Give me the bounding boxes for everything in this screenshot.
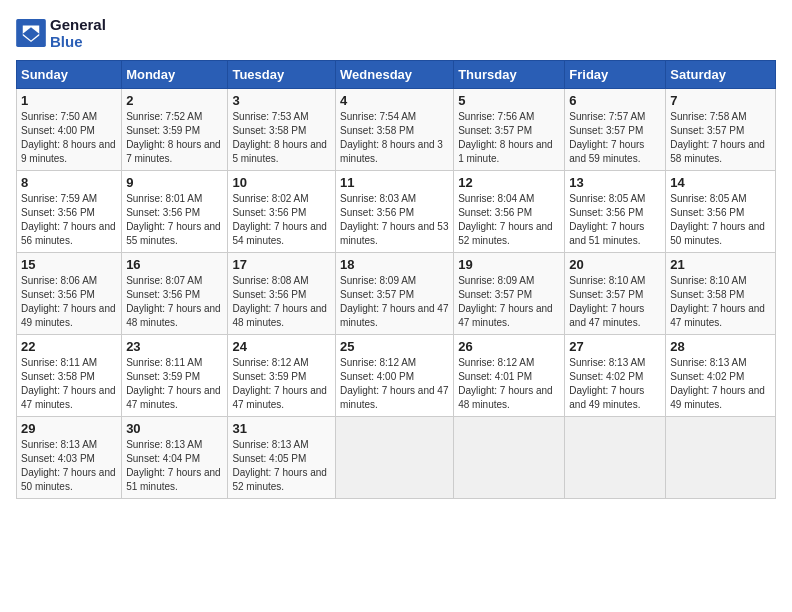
day-cell: 8 Sunrise: 7:59 AM Sunset: 3:56 PM Dayli… bbox=[17, 171, 122, 253]
sunset-info: Sunset: 4:04 PM bbox=[126, 453, 200, 464]
day-number: 2 bbox=[126, 93, 223, 108]
sunset-info: Sunset: 4:00 PM bbox=[21, 125, 95, 136]
day-number: 25 bbox=[340, 339, 449, 354]
sunset-info: Sunset: 3:56 PM bbox=[126, 207, 200, 218]
sunset-info: Sunset: 3:59 PM bbox=[126, 125, 200, 136]
day-cell: 7 Sunrise: 7:58 AM Sunset: 3:57 PM Dayli… bbox=[666, 89, 776, 171]
empty-day-cell bbox=[666, 417, 776, 499]
day-cell: 11 Sunrise: 8:03 AM Sunset: 3:56 PM Dayl… bbox=[336, 171, 454, 253]
sunset-info: Sunset: 3:57 PM bbox=[458, 125, 532, 136]
sunset-info: Sunset: 4:02 PM bbox=[670, 371, 744, 382]
logo-text: General Blue bbox=[50, 16, 106, 50]
daylight-info: Daylight: 7 hours and 49 minutes. bbox=[670, 385, 765, 410]
daylight-info: Daylight: 8 hours and 5 minutes. bbox=[232, 139, 327, 164]
day-cell: 5 Sunrise: 7:56 AM Sunset: 3:57 PM Dayli… bbox=[454, 89, 565, 171]
sunrise-info: Sunrise: 8:13 AM bbox=[126, 439, 202, 450]
sunset-info: Sunset: 4:05 PM bbox=[232, 453, 306, 464]
day-number: 7 bbox=[670, 93, 771, 108]
day-number: 9 bbox=[126, 175, 223, 190]
day-number: 31 bbox=[232, 421, 331, 436]
day-cell: 10 Sunrise: 8:02 AM Sunset: 3:56 PM Dayl… bbox=[228, 171, 336, 253]
sunset-info: Sunset: 4:02 PM bbox=[569, 371, 643, 382]
sunset-info: Sunset: 3:58 PM bbox=[670, 289, 744, 300]
sunset-info: Sunset: 3:59 PM bbox=[232, 371, 306, 382]
sunrise-info: Sunrise: 8:13 AM bbox=[670, 357, 746, 368]
day-cell: 12 Sunrise: 8:04 AM Sunset: 3:56 PM Dayl… bbox=[454, 171, 565, 253]
sunrise-info: Sunrise: 8:11 AM bbox=[21, 357, 97, 368]
day-number: 17 bbox=[232, 257, 331, 272]
day-number: 8 bbox=[21, 175, 117, 190]
sunset-info: Sunset: 3:57 PM bbox=[340, 289, 414, 300]
day-cell: 26 Sunrise: 8:12 AM Sunset: 4:01 PM Dayl… bbox=[454, 335, 565, 417]
sunrise-info: Sunrise: 7:58 AM bbox=[670, 111, 746, 122]
daylight-info: Daylight: 7 hours and 51 minutes. bbox=[126, 467, 221, 492]
sunset-info: Sunset: 3:56 PM bbox=[670, 207, 744, 218]
day-cell: 24 Sunrise: 8:12 AM Sunset: 3:59 PM Dayl… bbox=[228, 335, 336, 417]
daylight-info: Daylight: 8 hours and 1 minute. bbox=[458, 139, 553, 164]
empty-day-cell bbox=[565, 417, 666, 499]
sunset-info: Sunset: 4:00 PM bbox=[340, 371, 414, 382]
day-of-week-header: Sunday bbox=[17, 61, 122, 89]
sunrise-info: Sunrise: 8:13 AM bbox=[232, 439, 308, 450]
day-number: 11 bbox=[340, 175, 449, 190]
day-cell: 14 Sunrise: 8:05 AM Sunset: 3:56 PM Dayl… bbox=[666, 171, 776, 253]
daylight-info: Daylight: 7 hours and 52 minutes. bbox=[458, 221, 553, 246]
daylight-info: Daylight: 7 hours and 47 minutes. bbox=[670, 303, 765, 328]
daylight-info: Daylight: 7 hours and 59 minutes. bbox=[569, 139, 644, 164]
daylight-info: Daylight: 7 hours and 55 minutes. bbox=[126, 221, 221, 246]
day-number: 27 bbox=[569, 339, 661, 354]
day-cell: 25 Sunrise: 8:12 AM Sunset: 4:00 PM Dayl… bbox=[336, 335, 454, 417]
sunrise-info: Sunrise: 8:13 AM bbox=[569, 357, 645, 368]
day-cell: 9 Sunrise: 8:01 AM Sunset: 3:56 PM Dayli… bbox=[122, 171, 228, 253]
day-number: 6 bbox=[569, 93, 661, 108]
day-of-week-header: Friday bbox=[565, 61, 666, 89]
day-number: 3 bbox=[232, 93, 331, 108]
daylight-info: Daylight: 7 hours and 47 minutes. bbox=[458, 303, 553, 328]
sunset-info: Sunset: 3:57 PM bbox=[458, 289, 532, 300]
day-number: 24 bbox=[232, 339, 331, 354]
day-of-week-header: Monday bbox=[122, 61, 228, 89]
sunset-info: Sunset: 3:58 PM bbox=[340, 125, 414, 136]
day-cell: 19 Sunrise: 8:09 AM Sunset: 3:57 PM Dayl… bbox=[454, 253, 565, 335]
daylight-info: Daylight: 7 hours and 47 minutes. bbox=[232, 385, 327, 410]
sunset-info: Sunset: 3:58 PM bbox=[232, 125, 306, 136]
day-cell: 16 Sunrise: 8:07 AM Sunset: 3:56 PM Dayl… bbox=[122, 253, 228, 335]
daylight-info: Daylight: 7 hours and 47 minutes. bbox=[340, 385, 448, 410]
sunrise-info: Sunrise: 7:59 AM bbox=[21, 193, 97, 204]
sunrise-info: Sunrise: 7:52 AM bbox=[126, 111, 202, 122]
daylight-info: Daylight: 7 hours and 49 minutes. bbox=[21, 303, 116, 328]
day-cell: 6 Sunrise: 7:57 AM Sunset: 3:57 PM Dayli… bbox=[565, 89, 666, 171]
day-cell: 4 Sunrise: 7:54 AM Sunset: 3:58 PM Dayli… bbox=[336, 89, 454, 171]
day-number: 26 bbox=[458, 339, 560, 354]
day-number: 1 bbox=[21, 93, 117, 108]
day-number: 28 bbox=[670, 339, 771, 354]
sunrise-info: Sunrise: 8:10 AM bbox=[569, 275, 645, 286]
day-cell: 2 Sunrise: 7:52 AM Sunset: 3:59 PM Dayli… bbox=[122, 89, 228, 171]
day-number: 22 bbox=[21, 339, 117, 354]
sunrise-info: Sunrise: 8:03 AM bbox=[340, 193, 416, 204]
day-cell: 18 Sunrise: 8:09 AM Sunset: 3:57 PM Dayl… bbox=[336, 253, 454, 335]
sunrise-info: Sunrise: 8:02 AM bbox=[232, 193, 308, 204]
day-cell: 27 Sunrise: 8:13 AM Sunset: 4:02 PM Dayl… bbox=[565, 335, 666, 417]
sunrise-info: Sunrise: 8:07 AM bbox=[126, 275, 202, 286]
day-cell: 31 Sunrise: 8:13 AM Sunset: 4:05 PM Dayl… bbox=[228, 417, 336, 499]
sunrise-info: Sunrise: 7:50 AM bbox=[21, 111, 97, 122]
day-number: 4 bbox=[340, 93, 449, 108]
daylight-info: Daylight: 7 hours and 51 minutes. bbox=[569, 221, 644, 246]
logo: General Blue bbox=[16, 16, 106, 50]
day-cell: 22 Sunrise: 8:11 AM Sunset: 3:58 PM Dayl… bbox=[17, 335, 122, 417]
sunset-info: Sunset: 3:57 PM bbox=[670, 125, 744, 136]
daylight-info: Daylight: 7 hours and 48 minutes. bbox=[232, 303, 327, 328]
day-number: 16 bbox=[126, 257, 223, 272]
day-cell: 20 Sunrise: 8:10 AM Sunset: 3:57 PM Dayl… bbox=[565, 253, 666, 335]
calendar-table: SundayMondayTuesdayWednesdayThursdayFrid… bbox=[16, 60, 776, 499]
day-cell: 1 Sunrise: 7:50 AM Sunset: 4:00 PM Dayli… bbox=[17, 89, 122, 171]
page-header: General Blue bbox=[16, 16, 776, 50]
daylight-info: Daylight: 7 hours and 47 minutes. bbox=[569, 303, 644, 328]
day-cell: 21 Sunrise: 8:10 AM Sunset: 3:58 PM Dayl… bbox=[666, 253, 776, 335]
day-cell: 15 Sunrise: 8:06 AM Sunset: 3:56 PM Dayl… bbox=[17, 253, 122, 335]
daylight-info: Daylight: 7 hours and 52 minutes. bbox=[232, 467, 327, 492]
sunrise-info: Sunrise: 8:06 AM bbox=[21, 275, 97, 286]
day-number: 23 bbox=[126, 339, 223, 354]
sunset-info: Sunset: 3:56 PM bbox=[21, 207, 95, 218]
